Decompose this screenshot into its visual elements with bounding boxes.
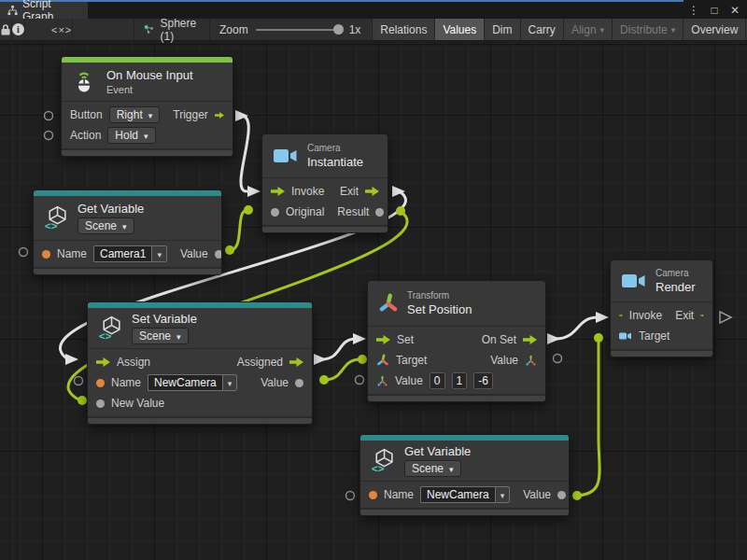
relations-button[interactable]: Relations — [373, 19, 435, 40]
vector3-icon[interactable] — [525, 355, 537, 367]
node-title: Render — [655, 280, 696, 294]
vector-y-field[interactable]: 1 — [452, 372, 468, 389]
flow-arrow-icon[interactable] — [289, 357, 303, 367]
value-port[interactable] — [215, 250, 222, 259]
node-footer — [88, 416, 312, 424]
node-title: Instantiate — [307, 155, 363, 169]
graph-pointer-icon — [144, 23, 154, 35]
node-get-variable-newcamera[interactable]: <> Get Variable Scene▾ Name NewCamera ▾ … — [359, 434, 570, 516]
button-port-label: Button — [70, 108, 103, 121]
node-title: Get Variable — [404, 444, 471, 458]
dim-button[interactable]: Dim — [485, 19, 520, 40]
flow-arrow-icon[interactable] — [619, 311, 623, 320]
exit-port-label: Exit — [340, 185, 359, 198]
port-row-new-value: New Value — [88, 393, 312, 413]
script-graph-window: On Mouse Input Event Button Right▾ Trigg… — [0, 0, 747, 560]
string-port[interactable] — [42, 250, 50, 259]
assigned-port-label: Assigned — [237, 356, 283, 369]
value-port[interactable] — [295, 379, 303, 387]
carry-button[interactable]: Carry — [521, 19, 564, 40]
node-on-mouse-input[interactable]: On Mouse Input Event Button Right▾ Trigg… — [61, 56, 233, 157]
mouse-icon — [72, 69, 98, 94]
button-dropdown[interactable]: Right▾ — [109, 106, 161, 123]
variable-name-field[interactable]: Camera1 ▾ — [93, 245, 167, 262]
node-set-position[interactable]: Transform Set Position Set On Set — [367, 280, 546, 402]
flow-arrow-icon[interactable] — [271, 187, 285, 196]
flow-arrow-icon[interactable] — [365, 187, 379, 196]
value-port-label: Value — [261, 376, 289, 389]
graph-icon — [7, 5, 18, 16]
vector3-icon[interactable] — [376, 375, 388, 387]
node-header[interactable]: <> Get Variable Scene▾ — [34, 196, 221, 240]
transform-icon[interactable] — [376, 354, 389, 367]
node-camera-render[interactable]: Camera Render Invoke Exit Target — [610, 259, 713, 357]
node-header[interactable]: <> Set Variable Scene▾ — [88, 308, 312, 348]
scope-dropdown[interactable]: Scene▾ — [132, 328, 189, 344]
action-dropdown[interactable]: Hold▾ — [107, 127, 155, 144]
vector-x-field[interactable]: 0 — [430, 372, 445, 389]
variable-name-field[interactable]: NewCamera ▾ — [420, 486, 510, 503]
flow-arrow-icon[interactable] — [376, 335, 390, 344]
node-header[interactable]: <> Get Variable Scene▾ — [360, 441, 569, 481]
variable-picker-button[interactable]: ▾ — [151, 245, 167, 262]
port-row-button: Button Right▾ Trigger — [62, 105, 233, 125]
chevron-down-icon: ▾ — [600, 26, 605, 35]
overview-button[interactable]: Overview — [684, 19, 746, 40]
invoke-port-label: Invoke — [291, 185, 324, 198]
node-header[interactable]: Camera Instantiate — [262, 134, 388, 177]
node-header[interactable]: Transform Set Position — [368, 281, 545, 326]
graph-context-breadcrumb[interactable]: Sphere (1) — [134, 19, 210, 40]
lock-button[interactable] — [0, 19, 12, 40]
port-row-action: Action Hold▾ — [62, 125, 233, 146]
zoom-slider[interactable] — [256, 29, 342, 31]
flow-arrow-icon[interactable] — [700, 311, 704, 320]
values-button[interactable]: Values — [435, 19, 485, 40]
target-port-label: Target — [639, 329, 669, 343]
zoom-slider-handle[interactable] — [333, 24, 344, 35]
result-port-label: Result — [337, 205, 369, 218]
menu-kebab-icon[interactable]: ⋮ — [685, 2, 702, 18]
value-port[interactable] — [271, 208, 279, 217]
flow-arrow-icon[interactable] — [96, 357, 110, 367]
vector-z-field[interactable]: -6 — [473, 372, 493, 389]
trigger-port-label: Trigger — [173, 108, 208, 121]
scope-dropdown[interactable]: Scene▾ — [78, 217, 134, 234]
distribute-dropdown[interactable]: Distribute▾ — [613, 19, 684, 40]
port-row-invoke-exit: Invoke Exit — [262, 181, 388, 202]
value-port[interactable] — [375, 208, 384, 217]
chevron-down-icon: ▾ — [449, 466, 454, 474]
port-row-name-value: Name Camera1 ▾ Value — [34, 244, 221, 264]
align-dropdown[interactable]: Align▾ — [564, 19, 613, 40]
chevron-down-icon: ▾ — [157, 251, 162, 259]
close-icon[interactable]: ✕ — [726, 2, 743, 18]
info-button[interactable]: i — [12, 19, 25, 40]
node-subtitle: Event — [106, 84, 193, 95]
original-port-label: Original — [286, 205, 324, 218]
svg-text:<>: <> — [45, 220, 58, 231]
variable-picker-button[interactable]: ▾ — [495, 486, 511, 503]
string-port[interactable] — [96, 379, 105, 387]
code-view-button[interactable]: <×> — [51, 19, 73, 40]
camera-icon[interactable] — [619, 331, 632, 341]
string-port[interactable] — [369, 491, 377, 499]
node-set-variable[interactable]: <> Set Variable Scene▾ Assign Assigned N… — [87, 301, 313, 425]
variable-picker-button[interactable]: ▾ — [222, 374, 238, 391]
maximize-icon[interactable]: □ — [706, 2, 723, 18]
node-camera-instantiate[interactable]: Camera Instantiate Invoke Exit Original … — [261, 133, 388, 233]
port-row-value-input: Value 0 1 -6 — [368, 371, 545, 391]
set-port-label: Set — [397, 333, 414, 346]
flow-arrow-icon[interactable] — [215, 110, 224, 120]
invoke-port-label: Invoke — [629, 309, 662, 322]
scope-dropdown[interactable]: Scene▾ — [404, 460, 461, 477]
node-header[interactable]: On Mouse Input Event — [62, 63, 233, 101]
node-header[interactable]: Camera Render — [611, 260, 712, 301]
variable-name-field[interactable]: NewCamera ▾ — [148, 374, 237, 391]
node-get-variable-camera1[interactable]: <> Get Variable Scene▾ Name Camera1 ▾ Va… — [33, 189, 222, 275]
port-row-name-value: Name NewCamera ▾ Value — [360, 484, 569, 505]
value-port[interactable] — [557, 491, 566, 499]
port-row-assign: Assign Assigned — [88, 352, 312, 372]
value-port[interactable] — [96, 399, 105, 408]
flow-arrow-icon[interactable] — [523, 335, 537, 344]
variable-unity-icon: <> — [44, 205, 69, 231]
tab-script-graph[interactable]: Script Graph — [0, 2, 88, 19]
